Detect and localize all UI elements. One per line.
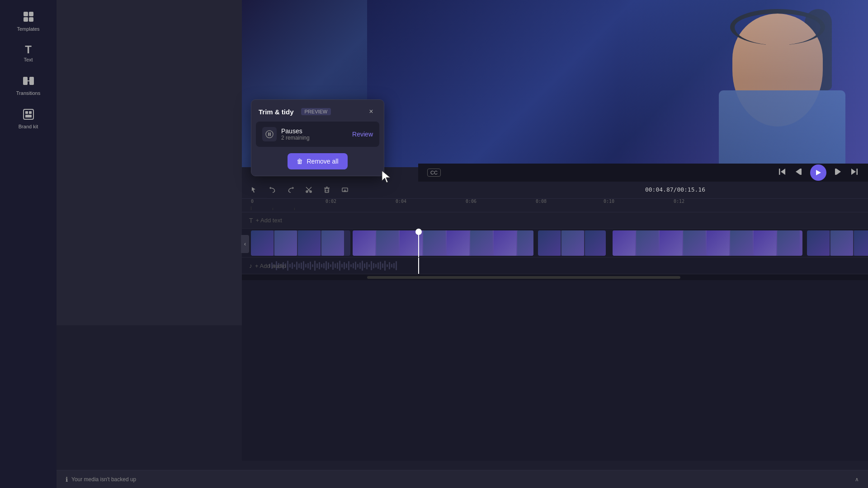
sidebar-item-text[interactable]: T Text [0,38,57,69]
skip-to-start-button[interactable] [778,167,787,178]
svg-point-10 [266,131,273,138]
svg-rect-6 [24,109,33,119]
svg-rect-4 [23,77,28,85]
audio-track[interactable]: ♪ + Add audio [242,258,868,274]
sidebar-item-label-templates: Templates [17,26,39,32]
text-icon: T [25,44,32,55]
redo-button[interactable] [285,184,296,195]
ruler-mark-08: 0:08 [536,199,547,204]
sidebar-item-label-text: Text [24,57,33,62]
video-clip-5[interactable] [807,230,868,256]
time-separator: / [674,186,677,193]
status-expand-button[interactable]: ∧ [855,476,859,483]
timeline-ruler: 0 0:02 0:04 0:06 0:08 0:10 0:12 [242,199,868,212]
svg-rect-16 [800,169,802,175]
playhead-head-video [415,229,422,235]
svg-marker-22 [252,187,255,192]
sidebar-item-label-transitions: Transitions [16,90,40,96]
skip-to-end-button[interactable] [850,167,859,178]
pause-info: Pauses 2 remaining [281,127,310,141]
review-button[interactable]: Review [352,131,373,138]
svg-rect-12 [270,132,271,136]
trim-preview-badge: PREVIEW [301,108,331,115]
ruler-mark-04: 0:04 [396,199,406,204]
svg-marker-14 [781,169,785,175]
text-track[interactable]: T + Add text [242,212,868,229]
timeline-scrollbar[interactable] [242,274,868,280]
status-bar: ℹ Your media isn't backed up ∧ [57,470,868,488]
ruler-mark-0: 0 [251,199,254,204]
svg-marker-18 [836,169,841,175]
text-track-placeholder: + Add text [256,217,282,224]
pause-item-icon [262,127,277,141]
video-track[interactable] [242,229,868,258]
playhead-line-audio [418,258,419,274]
app-container: Templates T Text Transitions [0,0,868,488]
sidebar-item-templates[interactable]: Templates [0,5,57,38]
total-time: 00:15.16 [677,186,705,193]
svg-rect-7 [25,111,28,114]
svg-rect-11 [268,132,269,136]
ruler-mark-02: 0:02 [326,199,336,204]
trim-dialog-title: Trim & tidy [259,108,294,116]
video-clip-4[interactable] [613,230,802,256]
svg-rect-19 [835,169,836,175]
left-panel [57,0,242,325]
play-button[interactable] [810,164,826,181]
transitions-icon [23,75,34,89]
svg-marker-15 [796,169,800,175]
collapse-panel-button[interactable]: ‹ [241,235,249,253]
ruler-mark-06: 0:06 [466,199,476,204]
svg-rect-1 [29,12,33,16]
preview-controls-bar: CC [418,164,868,182]
trash-icon: 🗑 [297,158,303,165]
svg-rect-9 [25,115,32,117]
cc-button[interactable]: CC [427,169,441,177]
video-clip-1[interactable] [251,230,350,256]
remove-all-label: Remove all [307,158,338,165]
text-track-icon: T [249,217,253,224]
trim-dialog-close-button[interactable]: × [366,106,377,117]
add-clip-button[interactable] [340,184,350,195]
trim-tidy-dialog: Trim & tidy PREVIEW × [251,99,384,176]
pause-item-left: Pauses 2 remaining [262,127,310,141]
sidebar-item-label-brandkit: Brand kit [19,124,38,129]
backup-info-icon: ℹ [66,476,68,483]
select-tool-button[interactable] [249,184,260,195]
svg-rect-8 [29,111,32,114]
svg-rect-5 [29,77,34,85]
svg-rect-20 [857,169,858,175]
brandkit-icon [23,108,34,122]
sidebar-item-brandkit[interactable]: Brand kit [0,102,57,136]
time-display: 00:04.87 / 00:15.16 [645,186,705,193]
backup-status-text: Your media isn't backed up [71,476,136,483]
svg-rect-13 [779,169,780,175]
remove-all-button[interactable]: 🗑 Remove all [288,153,347,169]
svg-rect-0 [24,12,28,16]
skip-back-button[interactable] [794,167,803,178]
pause-item: Pauses 2 remaining Review [256,122,379,147]
delete-button[interactable] [321,184,332,195]
undo-button[interactable] [267,184,278,195]
video-clip-3[interactable] [538,230,606,256]
svg-marker-21 [851,169,856,175]
svg-rect-3 [29,17,33,22]
cut-button[interactable] [303,184,314,195]
audio-track-placeholder: + Add audio [255,263,286,269]
trim-dialog-body: Pauses 2 remaining Review 🗑 Remove all [251,122,384,176]
video-clip-2[interactable] [353,230,533,256]
svg-rect-27 [325,188,329,192]
playhead-line-video [418,229,419,257]
sidebar: Templates T Text Transitions [0,0,57,488]
timeline-area: 0 0:02 0:04 0:06 0:08 0:10 0:12 [242,199,868,461]
skip-forward-button[interactable] [834,167,843,178]
sidebar-item-transitions[interactable]: Transitions [0,69,57,102]
timeline-toolbar: 00:04.87 / 00:15.16 [242,181,868,199]
ruler-mark-012: 0:12 [674,199,684,204]
trim-dialog-header: Trim & tidy PREVIEW × [251,100,384,122]
pause-name: Pauses [281,127,310,135]
svg-rect-2 [24,17,28,22]
audio-icon: ♪ [249,262,252,269]
ruler-mark-010: 0:10 [604,199,614,204]
svg-marker-17 [816,170,821,175]
